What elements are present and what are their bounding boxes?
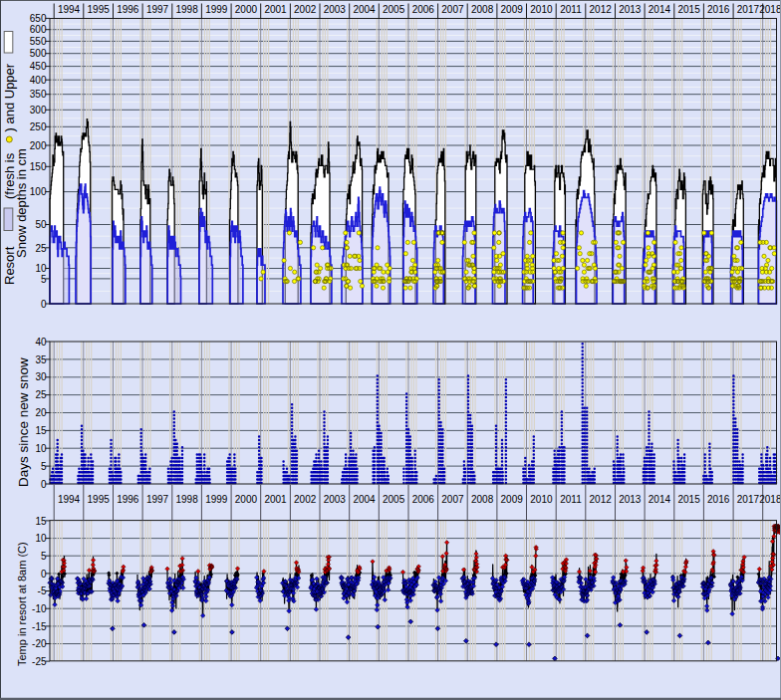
svg-text:2010: 2010 [530, 4, 553, 15]
svg-text:2012: 2012 [590, 4, 613, 15]
svg-text:35: 35 [35, 354, 47, 365]
svg-text:2003: 2003 [324, 4, 347, 15]
svg-text:2009: 2009 [501, 4, 524, 15]
svg-text:2011: 2011 [560, 494, 582, 505]
svg-text:1996: 1996 [117, 4, 139, 15]
svg-text:2002: 2002 [294, 4, 317, 15]
svg-text:5: 5 [41, 274, 47, 285]
svg-text:25: 25 [35, 389, 47, 400]
svg-text:10: 10 [35, 443, 47, 454]
svg-text:2009: 2009 [501, 494, 524, 505]
svg-text:2006: 2006 [412, 494, 435, 505]
svg-text:2015: 2015 [677, 494, 700, 505]
svg-text:1994: 1994 [58, 494, 81, 505]
svg-text:0: 0 [41, 569, 47, 580]
svg-text:10: 10 [35, 263, 47, 274]
svg-text:1998: 1998 [175, 4, 198, 15]
svg-text:200: 200 [30, 140, 47, 151]
svg-text:2001: 2001 [264, 494, 287, 505]
svg-text:150: 150 [30, 161, 47, 172]
svg-text:2000: 2000 [235, 4, 258, 15]
svg-text:1996: 1996 [117, 494, 139, 505]
svg-text:15: 15 [35, 425, 47, 436]
svg-text:550: 550 [30, 36, 47, 47]
svg-text:2000: 2000 [235, 494, 258, 505]
svg-text:2014: 2014 [649, 4, 671, 15]
svg-text:1998: 1998 [175, 494, 198, 505]
svg-text:2013: 2013 [619, 4, 642, 15]
svg-text:1997: 1997 [146, 4, 169, 15]
svg-text:2016: 2016 [707, 494, 730, 505]
svg-text:Snow depths in cm: Snow depths in cm [14, 148, 29, 258]
svg-text:1994: 1994 [58, 4, 81, 15]
svg-text:-15: -15 [32, 621, 47, 632]
svg-text:2002: 2002 [294, 494, 317, 505]
svg-text:20: 20 [35, 407, 47, 418]
svg-text:30: 30 [35, 371, 47, 382]
svg-text:2006: 2006 [412, 4, 435, 15]
svg-text:2017: 2017 [737, 494, 760, 505]
svg-text:250: 250 [30, 121, 47, 132]
svg-text:5: 5 [41, 461, 47, 472]
svg-text:2018: 2018 [759, 494, 781, 505]
svg-text:2004: 2004 [353, 494, 376, 505]
svg-text:1995: 1995 [88, 4, 111, 15]
svg-text:2001: 2001 [264, 4, 287, 15]
svg-text:1997: 1997 [146, 494, 169, 505]
svg-text:1999: 1999 [205, 4, 228, 15]
svg-text:40: 40 [35, 337, 47, 348]
svg-text:2017: 2017 [737, 4, 760, 15]
svg-text:-10: -10 [32, 603, 47, 614]
svg-text:2007: 2007 [441, 4, 464, 15]
svg-text:2015: 2015 [677, 4, 700, 15]
svg-text:2014: 2014 [649, 494, 671, 505]
svg-text:2008: 2008 [471, 494, 494, 505]
svg-text:2010: 2010 [530, 494, 553, 505]
svg-text:2018: 2018 [759, 4, 781, 15]
svg-text:2011: 2011 [560, 4, 582, 15]
svg-text:Days since new snow: Days since new snow [16, 357, 31, 487]
svg-text:-5: -5 [38, 585, 47, 596]
svg-text:-25: -25 [32, 656, 47, 667]
svg-text:1999: 1999 [205, 494, 228, 505]
svg-text:2013: 2013 [619, 494, 642, 505]
svg-text:2005: 2005 [383, 4, 405, 15]
svg-text:600: 600 [30, 24, 47, 35]
svg-text:450: 450 [30, 61, 47, 72]
svg-text:0: 0 [41, 479, 47, 490]
svg-text:) and Upper: ) and Upper [2, 63, 17, 131]
svg-text:2012: 2012 [590, 494, 613, 505]
svg-text:Temp in resort at 8am (C): Temp in resort at 8am (C) [16, 542, 28, 666]
svg-text:15: 15 [35, 516, 47, 527]
svg-text:500: 500 [30, 48, 47, 59]
svg-text:2003: 2003 [324, 494, 347, 505]
svg-text:350: 350 [30, 89, 47, 100]
svg-text:50: 50 [35, 219, 47, 230]
svg-text:400: 400 [30, 75, 47, 86]
svg-text:5: 5 [41, 551, 47, 562]
svg-text:1995: 1995 [88, 494, 111, 505]
svg-text:25: 25 [35, 243, 47, 254]
svg-text:300: 300 [30, 105, 47, 116]
svg-text:2008: 2008 [471, 4, 494, 15]
svg-text:650: 650 [30, 13, 47, 24]
svg-text:2016: 2016 [707, 4, 730, 15]
svg-text:-20: -20 [32, 638, 47, 649]
svg-text:2007: 2007 [441, 494, 464, 505]
svg-text:0: 0 [41, 299, 47, 310]
svg-text:2005: 2005 [383, 494, 405, 505]
svg-text:10: 10 [35, 533, 47, 544]
svg-text:100: 100 [30, 186, 47, 197]
svg-text:2004: 2004 [353, 4, 376, 15]
